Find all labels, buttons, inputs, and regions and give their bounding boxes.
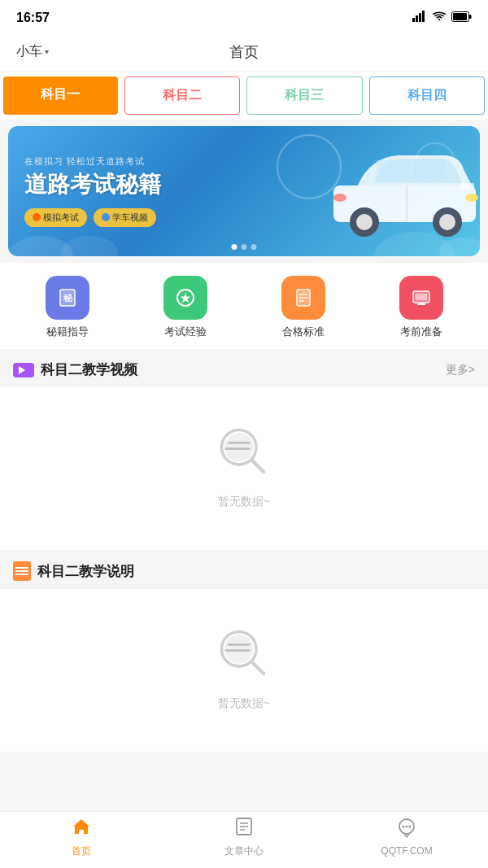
- video-empty-text: 暂无数据~: [218, 495, 270, 509]
- guide-label: 秘籍指导: [46, 325, 89, 339]
- banner-btn-simulation[interactable]: 模拟考试: [24, 208, 87, 227]
- video-section-header: 科目二教学视频 更多>: [0, 349, 488, 387]
- banner-dot-3: [251, 244, 257, 250]
- banner-dots: [232, 244, 257, 250]
- svg-point-19: [333, 194, 346, 202]
- standard-icon: [281, 276, 325, 320]
- status-bar: 16:57: [0, 0, 488, 33]
- status-time: 16:57: [16, 11, 50, 25]
- banner-content: 在模拟习 轻松过天道路考试 道路考试秘籍 模拟考试 学车视频: [8, 142, 177, 240]
- chevron-down-icon: ▾: [45, 47, 49, 56]
- svg-rect-21: [460, 183, 474, 190]
- banner-car-image: [325, 141, 480, 242]
- exam-label: 考试经验: [164, 325, 207, 339]
- nav-home[interactable]: 首页: [0, 812, 163, 861]
- svg-rect-0: [412, 18, 415, 22]
- banner-title: 道路考试秘籍: [24, 171, 161, 198]
- prep-label: 考前准备: [400, 325, 442, 339]
- main-content: 小车 ▾ 首页 科目一 科目二 科目三 科目四 在模拟习 轻松过天道路考试 道路…: [0, 33, 488, 809]
- nav-home-label: 首页: [72, 844, 91, 858]
- empty-icon-2: [211, 622, 277, 687]
- home-icon: [71, 816, 92, 842]
- svg-point-18: [465, 194, 478, 202]
- empty-icon-1: [211, 420, 277, 485]
- svg-rect-33: [416, 294, 427, 300]
- video-more-button[interactable]: 更多>: [446, 363, 475, 377]
- svg-point-49: [403, 826, 405, 828]
- video-section-icon: [13, 363, 34, 377]
- quick-action-prep[interactable]: 考前准备: [362, 276, 480, 339]
- guide-icon: 秘: [46, 276, 89, 320]
- svg-point-51: [409, 826, 412, 828]
- standard-label: 合格标准: [282, 325, 325, 339]
- nav-articles-label: 文章中心: [224, 844, 264, 858]
- nav-qqtf[interactable]: QQTF.COM: [325, 812, 488, 861]
- svg-rect-3: [422, 11, 425, 22]
- subject-tabs: 科目一 科目二 科目三 科目四: [0, 72, 488, 120]
- banner-buttons: 模拟考试 学车视频: [24, 208, 161, 227]
- video-section-title: 科目二教学视频: [13, 360, 137, 379]
- quick-actions: 秘 秘籍指导 考试经验 合格标准: [0, 263, 488, 349]
- banner-btn-video[interactable]: 学车视频: [94, 208, 156, 227]
- svg-point-17: [439, 214, 455, 230]
- svg-point-35: [224, 433, 254, 462]
- bottom-nav: 首页 文章中心 QQTF.COM: [0, 811, 488, 868]
- svg-line-36: [252, 460, 264, 472]
- svg-point-15: [356, 214, 373, 230]
- exam-icon: [163, 276, 207, 320]
- svg-point-40: [224, 635, 254, 664]
- car-select[interactable]: 小车 ▾: [16, 43, 49, 60]
- subject-tab-2[interactable]: 科目二: [124, 76, 241, 115]
- doc-section-title: 科目二教学说明: [13, 561, 134, 581]
- page-title: 首页: [229, 42, 259, 62]
- video-empty-state: 暂无数据~: [0, 387, 488, 550]
- quick-action-standard[interactable]: 合格标准: [244, 276, 362, 339]
- doc-section-header: 科目二教学说明: [0, 550, 488, 589]
- wifi-icon: [432, 11, 447, 25]
- quick-action-guide[interactable]: 秘 秘籍指导: [8, 276, 126, 339]
- svg-line-41: [252, 662, 264, 674]
- svg-rect-12: [377, 160, 409, 181]
- subject-tab-3[interactable]: 科目三: [246, 76, 363, 115]
- svg-rect-6: [453, 13, 467, 20]
- doc-empty-state: 暂无数据~: [0, 589, 488, 752]
- subject-tab-1[interactable]: 科目一: [3, 76, 118, 115]
- nav-articles[interactable]: 文章中心: [163, 812, 325, 861]
- banner-subtitle: 在模拟习 轻松过天道路考试: [24, 155, 161, 168]
- banner-dot-1: [232, 244, 237, 250]
- svg-text:秘: 秘: [62, 293, 72, 303]
- battery-icon: [451, 11, 472, 25]
- chat-icon: [396, 817, 417, 843]
- signal-icon: [412, 11, 427, 25]
- svg-rect-5: [469, 15, 472, 19]
- header: 小车 ▾ 首页: [0, 33, 488, 72]
- simulation-icon: [33, 213, 41, 221]
- nav-qqtf-label: QQTF.COM: [381, 845, 432, 857]
- svg-rect-13: [413, 160, 446, 181]
- svg-rect-1: [416, 15, 418, 22]
- banner[interactable]: 在模拟习 轻松过天道路考试 道路考试秘籍 模拟考试 学车视频: [8, 126, 480, 256]
- svg-rect-2: [419, 13, 421, 22]
- banner-dot-2: [242, 244, 247, 250]
- status-icons: [412, 11, 472, 25]
- svg-point-50: [406, 826, 408, 828]
- doc-empty-text: 暂无数据~: [218, 696, 270, 711]
- prep-icon: [399, 276, 443, 320]
- quick-action-exam[interactable]: 考试经验: [126, 276, 244, 339]
- articles-icon: [233, 816, 255, 842]
- subject-tab-4[interactable]: 科目四: [369, 76, 486, 115]
- doc-section-icon: [13, 561, 31, 581]
- video-icon: [102, 213, 110, 221]
